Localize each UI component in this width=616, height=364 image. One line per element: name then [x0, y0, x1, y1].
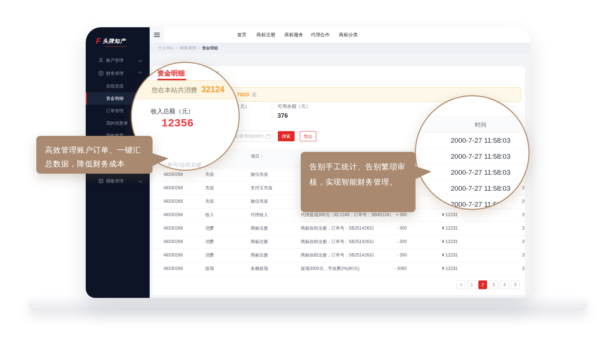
cell-project: 商标注册 — [251, 248, 268, 262]
cell-project: 商标注册 — [251, 222, 268, 235]
search-button[interactable]: 搜索 — [278, 131, 295, 141]
cell-amount: - 3060 — [378, 262, 407, 275]
cell-project: 代理收入 — [251, 208, 268, 222]
magnifier-lens-right: 时间 2000-7-27 11:58:032000-7-27 11:58:032… — [415, 95, 530, 210]
magnified-time-row: 2000-7-27 11:58:03 — [416, 149, 528, 165]
breadcrumb-separator: > — [176, 46, 178, 50]
magnified-banner-amount: 32124 — [201, 85, 224, 94]
brand-name: 头牌知产 — [102, 38, 126, 45]
cell-project: 商标注册 — [251, 235, 268, 248]
logo-tagline — [105, 46, 126, 47]
pagination: <12345 — [457, 280, 520, 289]
cell-order: 48330268 — [163, 181, 183, 195]
cell-time: 2000-7-27 11:58:03 — [522, 235, 525, 248]
finance-icon — [98, 70, 104, 76]
cell-type: 消费 — [205, 248, 214, 262]
hamburger-menu-icon[interactable] — [150, 27, 164, 43]
cell-desc: 提现3000元，手续费2%(60元) — [301, 262, 359, 275]
breadcrumb-item[interactable]: 个人中心 — [158, 46, 174, 50]
cell-project: 余额提现 — [251, 262, 268, 275]
cell-desc: 商标自助注册，订单号：SB2514263J — [301, 235, 374, 248]
logo: F 头牌知产 — [96, 37, 143, 47]
callout-left-text: 高效管理账户订单、一键汇总数据，降低财务成本 — [36, 136, 153, 178]
nav-link-首页[interactable]: 首页 — [237, 27, 247, 43]
chevron-down-icon — [139, 179, 142, 183]
marketing-canvas: F 头牌知产 账户管理财务管理在线充值资金明细订单管理我的优惠券我的发票模板管理… — [0, 0, 616, 364]
table-row: 48330268消费商标注册商标自助注册，订单号：SB2514263J- 300… — [153, 222, 525, 235]
cell-type: 充值 — [205, 181, 214, 195]
cell-balance: ¥ 12231 — [429, 262, 458, 275]
cell-balance: ¥ 12231 — [429, 248, 458, 262]
callout-right-text: 告别手工统计、告别繁琐审核，实现智能财务管理。 — [301, 152, 416, 197]
pagination-page-2[interactable]: 2 — [478, 280, 487, 289]
cell-desc: 商标自助注册，订单号：SB2514263J — [301, 248, 374, 262]
nav-link-代理合作[interactable]: 代理合作 — [311, 27, 330, 43]
pagination-page-3[interactable]: 3 — [489, 280, 498, 289]
pagination-prev-button[interactable]: < — [457, 280, 465, 289]
sidebar-item-label: 在线充值 — [106, 83, 123, 89]
cell-type: 提现 — [205, 262, 214, 275]
nav-link-商标服务[interactable]: 商标服务 — [284, 27, 303, 43]
chevron-down-icon — [139, 58, 142, 62]
cell-order: 48330268 — [163, 248, 183, 262]
cell-order: 48330268 — [163, 222, 183, 235]
cell-amount: - 300 — [378, 222, 407, 235]
banner-unit: 元 — [252, 92, 257, 97]
callout-right: 告别手工统计、告别繁琐审核，实现智能财务管理。 — [301, 152, 416, 212]
cell-project: 微信充值 — [251, 168, 268, 181]
magnified-banner-prefix: 您在本站共消费 — [151, 86, 197, 94]
cell-type: 充值 — [205, 168, 214, 181]
topbar: 首页商标注册商标服务代理合作商标分类 — [150, 27, 530, 43]
pagination-page-1[interactable]: 1 — [467, 280, 476, 289]
magnified-active-tab: 资金明细 — [157, 69, 185, 78]
sidebar-group-财务管理[interactable]: 财务管理 — [86, 67, 150, 80]
stat-2: 可用余额（元）376 — [277, 103, 332, 120]
breadcrumb-bar: 个人中心>财务管理>资金明细 — [150, 43, 530, 53]
pagination-page-5[interactable]: 5 — [511, 280, 520, 289]
cell-amount: - 300 — [378, 235, 407, 248]
stat-divider — [272, 104, 272, 119]
template-icon — [98, 178, 104, 184]
breadcrumb-item[interactable]: 财务管理 — [180, 46, 196, 50]
nav-link-商标注册[interactable]: 商标注册 — [256, 27, 275, 43]
column-header-project[interactable]: 项目 — [251, 153, 263, 159]
magnified-time-row: 2000-7-27 11:58:03 — [416, 181, 528, 197]
cell-desc: 商标自助注册，订单号：SB2514263J — [301, 222, 374, 235]
sort-caret-icon — [260, 154, 263, 157]
cell-time: 2000-7-27 11:58:03 — [522, 222, 525, 235]
cell-type: 充值 — [205, 195, 214, 208]
nav-link-商标分类[interactable]: 商标分类 — [339, 27, 358, 43]
callout-left: 高效管理账户订单、一键汇总数据，降低财务成本 — [36, 136, 153, 174]
magnified-time-header: 时间 — [416, 116, 528, 133]
cell-order: 48330268 — [163, 235, 183, 248]
magnified-income-value: 12356 — [162, 117, 194, 129]
callout-left-arrow — [150, 153, 169, 167]
cell-type: 消费 — [205, 222, 214, 235]
sidebar-group-label: 账户管理 — [106, 57, 123, 64]
cell-project: 支付宝充值 — [251, 181, 272, 195]
breadcrumb: 个人中心>财务管理>资金明细 — [158, 43, 218, 53]
magnified-income-label: 收入总额（元） — [151, 107, 194, 116]
cell-order: 48330268 — [163, 208, 183, 222]
cell-amount: - 300 — [378, 248, 407, 262]
banner-saved-amount: 7820 — [237, 91, 249, 97]
table-row: 48330268消费商标注册商标自助注册，订单号：SB2514263J- 300… — [153, 248, 525, 262]
cell-order: 48330268 — [163, 195, 183, 208]
cell-type: 消费 — [205, 235, 214, 248]
calendar-icon[interactable] — [266, 134, 271, 139]
stat-label: 可用余额（元） — [277, 103, 332, 110]
cell-type: 收入 — [205, 208, 214, 222]
cell-time: 2000-7-27 11:58:03 — [522, 195, 525, 208]
chevron-up-icon — [139, 72, 142, 75]
sidebar-group-label: 财务管理 — [106, 70, 123, 77]
cell-balance: ¥ 12231 — [429, 235, 458, 248]
sidebar-group-账户管理[interactable]: 账户管理 — [86, 54, 150, 67]
sidebar-item-label: 我的优惠券 — [106, 120, 128, 126]
export-button[interactable]: 导出 — [300, 131, 316, 141]
stat-value: 376 — [277, 112, 332, 120]
magnified-time-row: 2000-7-27 11:58:03 — [416, 165, 528, 181]
table-row: 48330268提现余额提现提现3000元，手续费2%(60元)- 3060¥ … — [153, 262, 525, 276]
pagination-page-4[interactable]: 4 — [500, 280, 509, 289]
cell-time: 2000-7-27 11:58:03 — [522, 181, 525, 195]
laptop-base — [28, 298, 588, 310]
